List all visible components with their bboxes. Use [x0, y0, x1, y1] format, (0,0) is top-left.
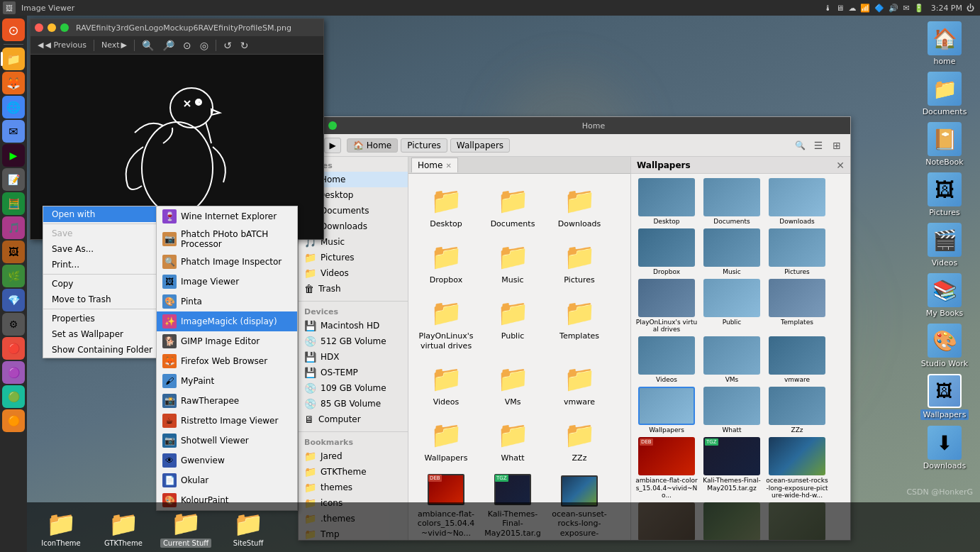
file-whatt[interactable]: 📁 Whatt: [481, 414, 545, 467]
image-viewer-min-btn[interactable]: [48, 23, 56, 32]
submenu-shotwell[interactable]: 📷 Shotwell Viewer: [157, 431, 297, 451]
fm-list-view-btn[interactable]: ☰: [811, 138, 826, 153]
submenu-gwenview[interactable]: 👁 Gwenview: [157, 451, 297, 470]
file-videos[interactable]: 📁 Videos: [414, 358, 478, 411]
file-desktop[interactable]: 📁 Desktop: [414, 180, 478, 233]
sidebar-item-109gb[interactable]: 💿 109 GB Volume: [299, 380, 408, 396]
fm-breadcrumb-pictures[interactable]: Pictures: [401, 138, 447, 153]
wp-file-zzz[interactable]: ZZz: [766, 387, 828, 434]
wp-file-playonlinux[interactable]: PlayOnLinux's virtual drives: [635, 279, 698, 334]
image-viewer-max-btn[interactable]: [60, 23, 69, 32]
dock-mail[interactable]: ✉: [2, 120, 25, 143]
home-tab-close[interactable]: ✕: [445, 162, 451, 170]
wp-file-ocean[interactable]: ocean-sunset-rocks-long-exposure-picture…: [766, 437, 828, 499]
submenu-rawtherapee[interactable]: 📸 RawTherapee: [157, 391, 297, 411]
file-wallpapers[interactable]: 📁 Wallpapers: [414, 414, 478, 467]
submenu-ristretto[interactable]: ☕ Ristretto Image Viewer: [157, 411, 297, 431]
sidebar-item-themes[interactable]: 📁 themes: [299, 480, 408, 495]
sidebar-item-videos[interactable]: 📁 Videos: [299, 265, 408, 281]
file-pictures[interactable]: 📁 Pictures: [547, 236, 611, 289]
sidebar-item-pictures[interactable]: 📁 Pictures: [299, 250, 408, 265]
file-dropbox[interactable]: 📁 Dropbox: [414, 236, 478, 289]
desktop-icon-mybooks[interactable]: 📚 My Books: [916, 273, 973, 318]
zoom-orig-button[interactable]: ◎: [197, 38, 211, 53]
submenu-okular[interactable]: 📄 Okular: [157, 470, 297, 490]
dock-calc[interactable]: 🧮: [2, 192, 25, 215]
rotate-cw-button[interactable]: ↻: [238, 38, 252, 53]
wp-file-templates[interactable]: Templates: [766, 279, 828, 334]
desktop-icon-home[interactable]: 🏠 home: [916, 21, 973, 66]
dock-blue1[interactable]: 💎: [2, 289, 25, 311]
bottom-icon-icontheme[interactable]: 📁 IconTheme: [33, 508, 89, 547]
fm-grid-view-btn[interactable]: ⊞: [829, 138, 845, 153]
dock-orange[interactable]: 🟠: [2, 409, 25, 432]
wp-file-ambiance[interactable]: DEB ambiance-flat-colors_15.04.4~vivid~N…: [635, 437, 698, 499]
desktop-icon-downloads[interactable]: ⬇ Downloads: [916, 426, 973, 470]
dock-files[interactable]: 📁: [2, 48, 25, 70]
dock-settings[interactable]: ⚙: [2, 313, 25, 336]
dock-chrome[interactable]: 🌐: [2, 96, 25, 118]
dock-green1[interactable]: 🌿: [2, 265, 25, 287]
wp-file-music[interactable]: Music: [701, 228, 763, 276]
file-vmware[interactable]: 📁 vmware: [547, 358, 611, 411]
file-music[interactable]: 📁 Music: [481, 236, 545, 289]
sidebar-item-jared[interactable]: 📁 Jared: [299, 448, 408, 464]
wp-file-wallpapers[interactable]: Wallpapers: [635, 387, 698, 434]
zoom-in-button[interactable]: 🔍: [139, 38, 157, 53]
sidebar-item-macintosh[interactable]: 💾 Macintosh HD: [299, 318, 408, 333]
sidebar-item-trash[interactable]: 🗑 Trash: [299, 281, 408, 297]
sidebar-item-512gb[interactable]: 💿 512 GB Volume: [299, 333, 408, 349]
dock-terminal[interactable]: ▶: [2, 144, 25, 167]
bottom-icon-sitestuff[interactable]: 📁 SiteStuff: [220, 508, 277, 547]
wp-file-documents[interactable]: Documents: [701, 178, 763, 226]
file-documents[interactable]: 📁 Documents: [481, 180, 545, 233]
wp-file-downloads[interactable]: Downloads: [766, 178, 828, 226]
file-templates[interactable]: 📁 Templates: [547, 292, 611, 354]
desktop-icon-wallpapers[interactable]: 🖼 Wallpapers: [916, 374, 973, 420]
dock-text[interactable]: 📝: [2, 168, 25, 191]
wp-file-whatt[interactable]: Whatt: [701, 387, 763, 434]
bottom-icon-gtktheme[interactable]: 📁 GTKTheme: [95, 508, 152, 547]
fm-breadcrumb-wallpapers[interactable]: Wallpapers: [450, 138, 510, 153]
home-tab[interactable]: Home ✕: [411, 158, 458, 172]
submenu-pinta[interactable]: 🎨 Pinta: [157, 292, 297, 311]
wp-file-public[interactable]: Public: [701, 279, 763, 334]
file-zzz[interactable]: 📁 ZZz: [547, 414, 611, 467]
file-vms[interactable]: 📁 VMs: [481, 358, 545, 411]
desktop-icon-notebook[interactable]: 📔 NoteBook: [916, 122, 973, 167]
desktop-icon-videos[interactable]: 🎬 Videos: [916, 223, 973, 267]
file-public[interactable]: 📁 Public: [481, 292, 545, 354]
wp-file-vmware[interactable]: vmware: [766, 336, 828, 384]
dock-teal[interactable]: 🟢: [2, 385, 25, 408]
file-downloads[interactable]: 📁 Downloads: [547, 180, 611, 233]
sidebar-item-hdx[interactable]: 💾 HDX: [299, 349, 408, 365]
dock-ubuntu[interactable]: ⊙: [2, 18, 25, 41]
sidebar-item-computer[interactable]: 🖥 Computer: [299, 412, 408, 427]
tray-power-icon[interactable]: ⏻: [967, 4, 974, 13]
submenu-firefox[interactable]: 🦊 Firefox Web Browser: [157, 351, 297, 371]
wp-file-pictures[interactable]: Pictures: [766, 228, 828, 276]
rotate-ccw-button[interactable]: ↺: [221, 38, 235, 53]
file-playonlinux[interactable]: 📁 PlayOnLinux's virtual drives: [414, 292, 478, 354]
sidebar-item-gtktheme[interactable]: 📁 GTKTheme: [299, 464, 408, 480]
dock-firefox[interactable]: 🦊: [2, 72, 25, 94]
taskbar-app-icon[interactable]: 🖼: [3, 1, 16, 14]
fm-wallpapers-panel-close-btn[interactable]: ✕: [836, 160, 845, 171]
wp-file-dropbox[interactable]: Dropbox: [635, 228, 698, 276]
wp-file-vms[interactable]: VMs: [701, 336, 763, 384]
wp-file-kali[interactable]: TGZ Kali-Themes-Final-May2015.tar.gz: [701, 437, 763, 499]
submenu-mypaint[interactable]: 🖌 MyPaint: [157, 371, 297, 391]
fm-max-btn[interactable]: [328, 121, 337, 130]
fm-breadcrumb-home[interactable]: 🏠 Home: [347, 138, 398, 153]
desktop-icon-pictures[interactable]: 🖼 Pictures: [916, 172, 973, 217]
image-viewer-close-btn[interactable]: [35, 23, 43, 32]
wp-file-videos[interactable]: Videos: [635, 336, 698, 384]
next-button[interactable]: Next ▶: [99, 39, 130, 51]
zoom-out-button[interactable]: 🔎: [160, 38, 177, 53]
dock-music[interactable]: 🎵: [2, 216, 25, 239]
dock-purple[interactable]: 🟣: [2, 361, 25, 384]
submenu-gimp[interactable]: 🐕 GIMP Image Editor: [157, 331, 297, 351]
desktop-icon-studiowork[interactable]: 🎨 Studio Work: [916, 324, 973, 368]
dock-red[interactable]: 🔴: [2, 337, 25, 360]
submenu-imageviewer[interactable]: 🖼 Image Viewer: [157, 272, 297, 292]
